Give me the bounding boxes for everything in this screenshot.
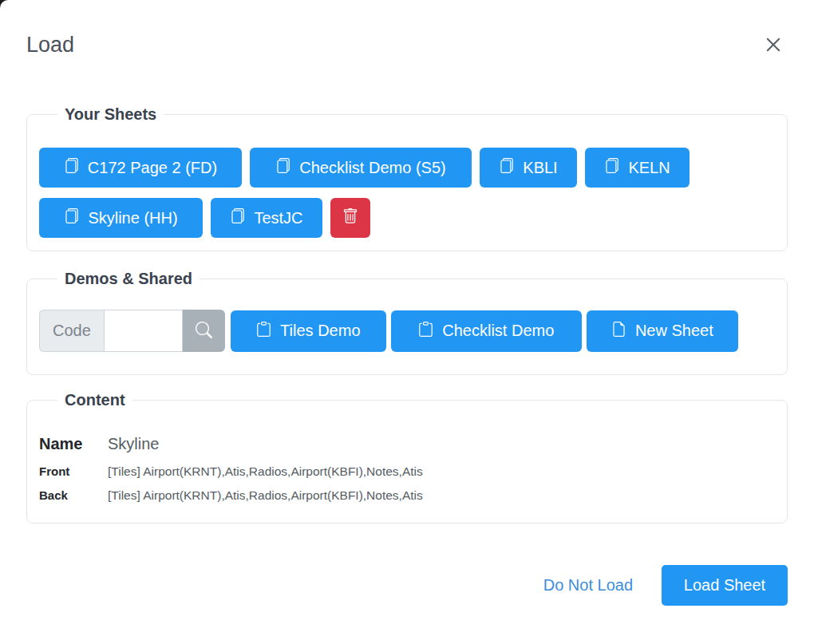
search-icon bbox=[196, 322, 212, 341]
content-row-back: Back [Tiles] Airport(KRNT),Atis,Radios,A… bbox=[39, 488, 775, 503]
clipboard-icon bbox=[256, 322, 271, 341]
demo-button-label: New Sheet bbox=[635, 322, 713, 340]
delete-sheet-button[interactable] bbox=[330, 198, 370, 238]
load-dialog: Load Your Sheets C172 Page 2 (FD) bbox=[0, 0, 814, 644]
content-row-label: Back bbox=[39, 488, 108, 502]
trash-icon bbox=[342, 208, 358, 228]
content-row-value: [Tiles] Airport(KRNT),Atis,Radios,Airpor… bbox=[108, 464, 423, 479]
dialog-header: Load bbox=[26, 32, 788, 57]
files-icon bbox=[275, 158, 290, 177]
demo-button-label: Tiles Demo bbox=[280, 322, 360, 340]
demo-button-tiles-demo[interactable]: Tiles Demo bbox=[231, 310, 386, 352]
load-sheet-button[interactable]: Load Sheet bbox=[662, 565, 788, 606]
new-sheet-button[interactable]: New Sheet bbox=[587, 310, 738, 352]
files-icon bbox=[499, 158, 514, 177]
sheet-button-label: C172 Page 2 (FD) bbox=[88, 159, 217, 177]
code-input-group: Code bbox=[39, 310, 225, 352]
your-sheets-section: Your Sheets C172 Page 2 (FD) Checklist D… bbox=[26, 105, 788, 251]
content-section: Content Name Skyline Front [Tiles] Airpo… bbox=[26, 391, 788, 523]
sheet-button-label: TestJC bbox=[254, 209, 302, 227]
sheet-button-label: KBLI bbox=[523, 159, 557, 177]
content-row-label: Front bbox=[39, 464, 108, 478]
demo-button-checklist-demo[interactable]: Checklist Demo bbox=[391, 310, 582, 352]
files-icon bbox=[230, 208, 245, 227]
content-legend: Content bbox=[57, 391, 132, 409]
content-row-value: [Tiles] Airport(KRNT),Atis,Radios,Airpor… bbox=[108, 488, 423, 503]
demos-shared-row: Code Tiles Demo Checklist Demo bbox=[39, 310, 775, 352]
code-input[interactable] bbox=[104, 310, 183, 352]
files-icon bbox=[604, 158, 619, 177]
content-row-name: Name Skyline bbox=[39, 435, 775, 453]
content-row-value: Skyline bbox=[108, 435, 159, 453]
sheet-button-label: Skyline (HH) bbox=[88, 209, 177, 227]
do-not-load-button[interactable]: Do Not Load bbox=[543, 576, 633, 595]
your-sheets-button-row: C172 Page 2 (FD) Checklist Demo (S5) KBL… bbox=[39, 148, 775, 238]
sheet-button-testjc[interactable]: TestJC bbox=[211, 198, 322, 238]
sheet-button-checklist-demo-s5[interactable]: Checklist Demo (S5) bbox=[250, 148, 472, 188]
sheet-button-label: Checklist Demo (S5) bbox=[299, 159, 445, 177]
files-icon bbox=[64, 158, 79, 177]
demos-shared-section: Demos & Shared Code Tiles Demo bbox=[26, 270, 788, 375]
file-earmark-icon bbox=[611, 322, 626, 341]
code-addon-label: Code bbox=[39, 310, 104, 352]
close-icon bbox=[764, 45, 783, 57]
close-button[interactable] bbox=[764, 35, 783, 54]
sheet-button-kbli[interactable]: KBLI bbox=[480, 148, 577, 188]
sheet-button-c172-page-2[interactable]: C172 Page 2 (FD) bbox=[39, 148, 242, 188]
files-icon bbox=[64, 208, 79, 227]
dialog-title: Load bbox=[26, 32, 74, 57]
demos-shared-legend: Demos & Shared bbox=[57, 270, 200, 288]
your-sheets-legend: Your Sheets bbox=[57, 105, 164, 124]
content-row-label: Name bbox=[39, 435, 108, 453]
content-row-front: Front [Tiles] Airport(KRNT),Atis,Radios,… bbox=[39, 464, 775, 479]
sheet-button-skyline-hh[interactable]: Skyline (HH) bbox=[39, 198, 203, 238]
clipboard-icon bbox=[418, 322, 433, 341]
demo-button-label: Checklist Demo bbox=[442, 322, 554, 340]
sheet-button-keln[interactable]: KELN bbox=[585, 148, 690, 188]
dialog-footer: Do Not Load Load Sheet bbox=[26, 565, 788, 606]
search-code-button[interactable] bbox=[183, 310, 225, 352]
sheet-button-label: KELN bbox=[628, 159, 670, 177]
